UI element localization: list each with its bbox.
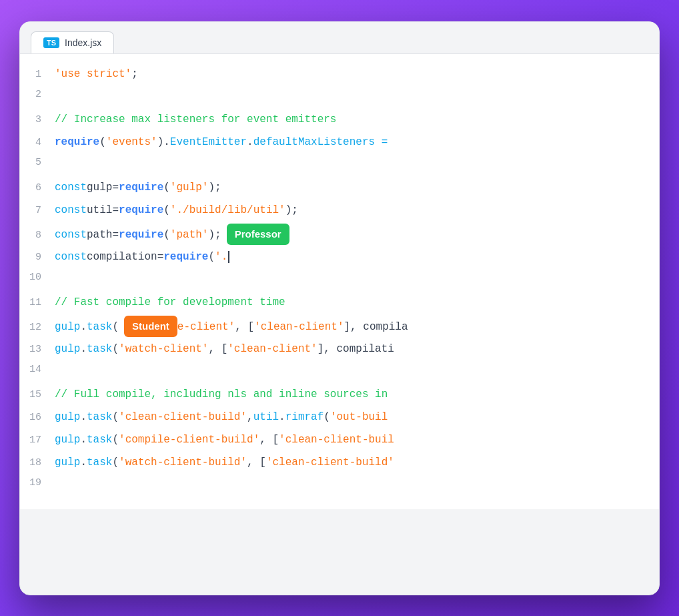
method-token: rimraf [285,409,324,426]
keyword-token: const [55,202,87,220]
punc-token: ( [163,202,170,220]
code-line: 14 [20,362,659,385]
code-line: 3 // Increase max listeners for event em… [20,110,659,133]
code-line: 19 [20,476,659,499]
punc-token: ], compila [344,319,408,336]
code-line: 5 [20,156,659,178]
identifier-token: gulp [55,454,80,472]
line-number: 18 [20,457,55,469]
line-number: 16 [20,412,55,423]
code-line: 2 [20,87,659,110]
line-number: 8 [20,230,55,241]
line-number: 5 [20,157,55,168]
code-content: const util = require('./build/lib/util')… [55,202,298,220]
method-token: task [87,432,112,449]
tab-bar: TS Index.jsx [20,22,659,54]
keyword-token: require [55,134,99,151]
line-number: 12 [20,322,55,333]
punc-token: ); [285,202,298,220]
string-token: 'clean-client-buil [279,432,394,449]
method-token: task [87,319,112,336]
string-token: 'gulp' [170,180,209,197]
keyword-token: require [163,249,208,266]
line-number: 10 [20,272,55,283]
punc-token: . [80,454,87,472]
code-line: 1 'use strict'; [20,65,659,87]
code-line: 8 const path = require('path');Professor [20,224,659,248]
code-content: gulp.task('watch-client-build', ['clean-… [55,454,394,472]
method-token: task [87,409,112,426]
punc-token: , [ [235,319,254,336]
var-token: gulp [87,180,112,197]
file-tab[interactable]: TS Index.jsx [31,31,114,53]
identifier-token: gulp [55,409,80,426]
string-token: 'clean-client' [254,319,344,336]
code-content: require('events').EventEmitter.defaultMa… [55,134,388,151]
punc-token: ; [131,66,138,83]
string-token: 'compile-client-build' [119,432,259,449]
line-number: 15 [20,389,55,400]
line-number: 9 [20,252,55,263]
code-line: 15 // Full compile, including nls and in… [20,385,659,408]
var-token: path [87,227,112,244]
code-line: 17 gulp.task('compile-client-build', ['c… [20,430,659,453]
line-number: 2 [20,89,55,100]
method-token: task [87,341,112,358]
code-line: 4 require('events').EventEmitter.default… [20,133,659,156]
line-number: 14 [20,364,55,375]
keyword-token: require [119,180,163,197]
string-token: 'clean-client-build' [119,409,247,426]
code-line: 11 // Fast compile for development time [20,293,659,316]
comment-token: // Fast compile for development time [55,294,285,312]
line-number: 4 [20,137,55,148]
code-content: gulp.task('compile-client-build', ['clea… [55,432,394,449]
punc-token: ( [163,180,170,197]
punc-token: ( [323,409,330,426]
eq-token: = [112,227,119,244]
punc-token: ( [112,432,119,449]
punc-token: ( [112,341,119,358]
code-content: const compilation = require('. [55,249,229,266]
code-line: 6 const gulp = require('gulp'); [20,178,659,201]
code-content: // Full compile, including nls and inlin… [55,386,388,404]
string-token: 'out-buil [330,409,388,426]
code-content: const path = require('path');Professor [55,225,289,246]
ts-badge: TS [43,37,59,48]
string-token: 'watch-client-build' [119,454,247,472]
string-token: 'clean-client-build' [266,454,394,472]
string-token: '. [215,249,227,266]
keyword-token: require [119,227,163,244]
text-cursor [228,251,229,263]
code-line: 16 gulp.task('clean-client-build', util.… [20,408,659,430]
keyword-token: const [55,180,87,197]
line-number: 7 [20,205,55,216]
string-token: 'events' [106,134,157,151]
line-number: 11 [20,297,55,308]
code-content: // Fast compile for development time [55,294,285,312]
code-content: gulp.task('watch-client', ['clean-client… [55,341,394,358]
punc-token: . [80,319,87,336]
punc-token: ( [99,134,106,151]
line-number: 6 [20,182,55,194]
string-token: 'use strict' [55,66,131,83]
punc-token: ( [112,409,119,426]
keyword-token: const [55,227,87,244]
line-number: 1 [20,69,55,80]
student-badge: Student [124,316,177,337]
keyword-token: const [55,249,87,266]
eq-token: = [157,249,164,266]
code-line: 18 gulp.task('watch-client-build', ['cle… [20,453,659,476]
code-content: 'use strict'; [55,66,138,83]
identifier-token: defaultMaxListeners = [253,134,388,151]
var-token: compilation [87,249,157,266]
identifier-token: gulp [55,432,80,449]
punc-token: . [279,409,285,426]
punc-token: , [ [259,432,279,449]
line-number: 13 [20,344,55,355]
identifier-token: gulp [55,319,80,336]
code-area: 1 'use strict'; 2 3 // Increase max list… [20,54,659,509]
punc-token: ( [163,227,170,244]
comment-token: // Full compile, including nls and inlin… [55,386,388,404]
string-token: 'clean-client' [227,341,317,358]
eq-token: = [112,180,119,197]
